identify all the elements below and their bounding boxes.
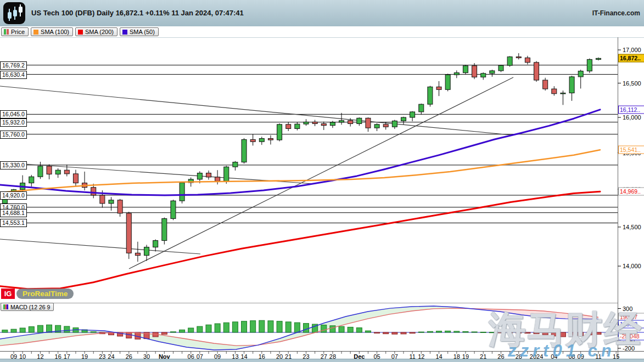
candle-body [552,89,557,94]
macd-histogram-bar [392,332,397,334]
candle-body [206,173,211,177]
candle-body [180,183,184,201]
candle-body [490,71,495,73]
macd-histogram-bar [250,321,256,332]
candle-body [596,58,601,59]
candle-body [135,253,140,255]
macd-histogram-bar [463,331,468,332]
macd-histogram-bar [64,326,70,332]
macd-chip-label: MACD (12 26 9 [10,304,50,310]
legend-row: Price SMA (100) SMA (200) SMA (50) [0,26,644,37]
candle-body [304,122,309,124]
sma50-line [0,110,600,195]
provider-logo: IG ProRealTime [1,289,74,299]
macd-histogram-bar [410,332,415,333]
legend-chip-sma200[interactable]: SMA (200) [75,27,117,36]
macd-histogram-bar [91,332,96,332]
macd-histogram-bar [206,325,211,332]
candle-body [410,112,415,117]
brand-link[interactable]: IT-Finance.com [592,0,640,26]
trend-line [0,86,511,135]
candle-body [259,138,264,142]
macd-histogram-bar [161,332,167,335]
candle-body [47,166,52,174]
candle-body [224,167,229,181]
candle-body [348,121,353,124]
candle-body [481,73,486,77]
candle-body [499,65,503,71]
candle-body [126,213,131,253]
candle-body [569,77,574,93]
candle-body [64,170,69,174]
candle-body [383,125,388,127]
candle-body [29,177,34,183]
candle-body [197,173,202,179]
macd-histogram-bar [321,325,327,332]
candle-body [419,104,424,112]
candle-body [507,57,512,66]
candle-body [100,195,105,203]
macd-histogram-bar [285,322,291,332]
macd-histogram-bar [356,328,362,332]
candle-body [436,87,441,89]
watermark-site: zzrt01.cn [508,341,615,361]
candle-body [578,71,583,77]
candle-body [109,200,114,203]
candle-body [428,87,433,104]
macd-histogram-bar [454,331,460,332]
candle-body [162,219,167,241]
candle-body [73,174,78,183]
candle-body [561,93,565,94]
candle-body [55,170,60,174]
legend-chip-sma50[interactable]: SMA (50) [120,27,159,36]
candle-body [534,63,539,80]
candle-body [171,201,176,218]
macd-histogram-bar [223,323,229,332]
candle-body [295,124,300,128]
candle-body [516,57,521,58]
candle-body [587,59,592,71]
prorealtime-logo: ProRealTime [16,289,74,299]
macd-indicator-chip[interactable]: MACD (12 26 9 [1,303,54,311]
app-logo-candlestick-icon [3,2,25,24]
macd-histogram-bar [383,332,389,334]
macd-histogram-bar [303,324,309,332]
candle-body [153,241,158,247]
legend-chip-sma100[interactable]: SMA (100) [31,27,73,36]
macd-series-icon [3,304,8,309]
macd-histogram-bar [330,326,335,332]
macd-histogram-bar [188,328,194,332]
macd-histogram-bar [215,324,220,332]
macd-histogram-bar [480,332,486,332]
price-series-icon [4,29,9,35]
candle-body [401,117,406,121]
macd-histogram-bar [277,321,282,332]
legend-chip-price[interactable]: Price [1,27,29,36]
candle-body [366,118,371,128]
macd-histogram-bar [29,327,34,332]
sma100-swatch-icon [33,30,38,35]
macd-histogram-bar [401,332,406,334]
macd-histogram-bar [180,330,185,332]
candle-body [277,125,282,140]
macd-histogram-bar [2,330,8,332]
macd-histogram-bar [268,321,273,332]
candle-body [321,124,326,126]
candle-body [525,58,530,62]
candle-body [286,125,291,129]
candle-body [312,122,317,123]
macd-histogram-bar [47,325,52,332]
legend-sma200-label: SMA (200) [85,29,114,35]
candle-body [543,80,548,89]
macd-fill [117,306,471,350]
candle-body [2,193,7,203]
legend-sma50-label: SMA (50) [130,29,155,35]
candle-body [445,75,450,89]
macd-histogram-bar [11,329,16,332]
macd-histogram-bar [197,326,203,332]
macd-histogram-bar [37,325,43,332]
candle-body [374,125,379,128]
candle-body [268,138,273,140]
candle-body [472,66,477,77]
chart-title: US Tech 100 (DFB) Daily 16,872.1 +0.11% … [31,0,244,26]
